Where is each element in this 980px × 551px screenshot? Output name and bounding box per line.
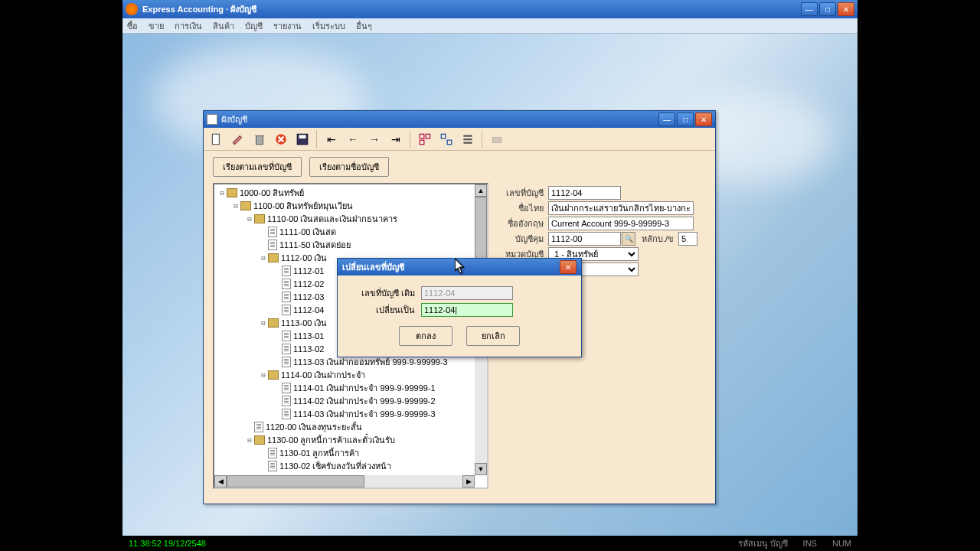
- svg-rect-5: [426, 134, 430, 139]
- new-code-input[interactable]: [421, 303, 513, 317]
- tree-label: 1114-00 เงินฝากประจำ: [281, 368, 365, 382]
- edit-button[interactable]: [228, 130, 248, 148]
- tree-label: 1111-00 เงินสด: [279, 225, 336, 239]
- close-button[interactable]: ✕: [838, 2, 854, 16]
- folder-icon: [268, 318, 279, 328]
- separator: [316, 130, 318, 148]
- label-new-code: เปลี่ยนเป็น: [350, 303, 415, 317]
- tree-label: 1000-00 สินทรัพย์: [240, 186, 304, 200]
- lookup-icon[interactable]: 🔍: [622, 232, 635, 246]
- menu-account[interactable]: บัญชี: [245, 19, 263, 33]
- tree-node[interactable]: ⊟1130-00 ลูกหนี้การค้าและตั๋วเงินรับ: [216, 433, 485, 446]
- app-logo: [126, 3, 138, 15]
- sort-by-name-button[interactable]: เรียงตามชื่อบัญชี: [309, 157, 389, 177]
- unit-input[interactable]: [678, 232, 697, 246]
- status-time: 11:38:52 19/12/2548: [129, 539, 723, 548]
- file-icon: [282, 266, 291, 276]
- tree-label: 1110-00 เงินสดและเงินฝากธนาคาร: [267, 212, 397, 226]
- svg-rect-0: [212, 134, 219, 145]
- list-button[interactable]: [458, 130, 478, 148]
- statusbar: 11:38:52 19/12/2548 รหัสเมนู บัญชี INS N…: [122, 536, 858, 551]
- file-icon: [282, 396, 291, 406]
- tree-label: 1112-02: [293, 279, 324, 289]
- folder-icon: [254, 214, 265, 223]
- svg-rect-9: [492, 137, 501, 142]
- tree-node[interactable]: 1111-50 เงินสดย่อย: [216, 238, 485, 251]
- tree-node[interactable]: ⊟1100-00 สินทรัพย์หมุนเวียน: [216, 199, 485, 212]
- tree-node[interactable]: 1130-02 เช็ครับลงวันที่ล่วงหน้า: [216, 459, 485, 472]
- tree-collapse-button[interactable]: [436, 130, 456, 148]
- tree-label: 1114-02 เงินฝากประจำ 999-9-99999-2: [293, 394, 436, 408]
- collapse-icon[interactable]: ⊟: [259, 319, 268, 327]
- folder-icon: [268, 253, 279, 262]
- collapse-icon[interactable]: ⊟: [231, 202, 240, 210]
- print-button[interactable]: [487, 130, 507, 148]
- next-button[interactable]: →: [364, 130, 384, 148]
- tree-hscrollbar[interactable]: ◀▶: [214, 475, 475, 487]
- tree-node[interactable]: ⊟1000-00 สินทรัพย์: [216, 186, 485, 199]
- tree-node[interactable]: 1130-01 ลูกหนี้การค้า: [216, 446, 485, 459]
- new-button[interactable]: [207, 130, 227, 148]
- menu-system[interactable]: เริ่มระบบ: [312, 19, 345, 33]
- folder-icon: [268, 370, 279, 380]
- app-title: Express Accounting · ผังบัญชี: [142, 2, 799, 16]
- tree-node[interactable]: 1114-02 เงินฝากประจำ 999-9-99999-2: [216, 394, 485, 407]
- tree-label: 1130-01 ลูกหนี้การค้า: [279, 446, 359, 460]
- first-button[interactable]: ⇤: [322, 130, 341, 148]
- dialog-titlebar[interactable]: เปลี่ยนเลขที่บัญชี ✕: [338, 259, 581, 276]
- tree-label: 1120-00 เงินลงทุนระยะสั้น: [266, 420, 362, 434]
- collapse-icon[interactable]: ⊟: [217, 189, 227, 197]
- eng-name-input[interactable]: [548, 217, 694, 230]
- dialog-close-button[interactable]: ✕: [560, 260, 577, 274]
- tree-label: 1111-50 เงินสดย่อย: [279, 238, 351, 252]
- status-ins: INS: [803, 539, 817, 548]
- tree-label: 1112-04: [293, 305, 324, 315]
- dialog-cancel-button[interactable]: ยกเลิก: [466, 326, 520, 346]
- folder-icon: [240, 201, 251, 210]
- menu-finance[interactable]: การเงิน: [175, 19, 202, 33]
- child-minimize-button[interactable]: —: [658, 112, 675, 126]
- menu-inventory[interactable]: สินค้า: [213, 19, 234, 33]
- prev-button[interactable]: ←: [343, 130, 363, 148]
- save-button[interactable]: [292, 130, 312, 148]
- parent-account-input[interactable]: [548, 232, 621, 246]
- child-maximize-button[interactable]: □: [677, 112, 694, 126]
- last-button[interactable]: ⇥: [386, 130, 406, 148]
- tree-node[interactable]: 1111-00 เงินสด: [216, 225, 485, 238]
- sort-by-code-button[interactable]: เรียงตามเลขที่บัญชี: [213, 157, 302, 177]
- delete-button[interactable]: [250, 130, 270, 148]
- tree-label: 1130-02 เช็ครับลงวันที่ล่วงหน้า: [279, 459, 391, 473]
- tree-node[interactable]: 1114-01 เงินฝากประจำ 999-9-99999-1: [216, 381, 485, 394]
- tree-node[interactable]: ⊟1114-00 เงินฝากประจำ: [216, 368, 485, 381]
- collapse-icon[interactable]: ⊟: [259, 371, 268, 379]
- menu-report[interactable]: รายงาน: [273, 19, 302, 33]
- child-title: ผังบัญชี: [221, 112, 657, 126]
- cancel-icon[interactable]: [271, 130, 291, 148]
- tree-label: 1113-01: [293, 331, 324, 341]
- menu-sell[interactable]: ขาย: [149, 19, 164, 33]
- thai-name-input[interactable]: [548, 201, 694, 215]
- menu-other[interactable]: อื่นๆ: [356, 19, 372, 33]
- file-icon: [282, 279, 291, 289]
- tree-node[interactable]: 1114-03 เงินฝากประจำ 999-9-99999-3: [216, 407, 485, 420]
- account-code-input[interactable]: [548, 186, 621, 200]
- tree-node[interactable]: 1120-00 เงินลงทุนระยะสั้น: [216, 420, 485, 433]
- ok-button[interactable]: ตกลง: [399, 326, 452, 346]
- tree-node[interactable]: ⊟1110-00 เงินสดและเงินฝากธนาคาร: [216, 212, 485, 225]
- label-eng-name: ชื่ออังกฤษ: [496, 217, 544, 230]
- tree-label: 1100-00 สินทรัพย์หมุนเวียน: [253, 199, 353, 213]
- tree-label: 1114-01 เงินฝากประจำ 999-9-99999-1: [293, 381, 436, 395]
- minimize-button[interactable]: —: [801, 2, 818, 16]
- file-icon: [282, 305, 291, 315]
- tree-label: 1130-00 ลูกหนี้การค้าและตั๋วเงินรับ: [267, 433, 395, 447]
- maximize-button[interactable]: □: [819, 2, 836, 16]
- menu-buy[interactable]: ซื้อ: [127, 19, 138, 33]
- child-titlebar[interactable]: ผังบัญชี — □ ✕: [204, 111, 715, 128]
- child-close-button[interactable]: ✕: [695, 112, 712, 126]
- collapse-icon[interactable]: ⊟: [245, 436, 254, 444]
- collapse-icon[interactable]: ⊟: [245, 215, 254, 223]
- tree-expand-button[interactable]: [415, 130, 435, 148]
- file-icon: [282, 383, 291, 393]
- label-unit: หลักบ./ข: [635, 232, 674, 246]
- collapse-icon[interactable]: ⊟: [259, 254, 268, 262]
